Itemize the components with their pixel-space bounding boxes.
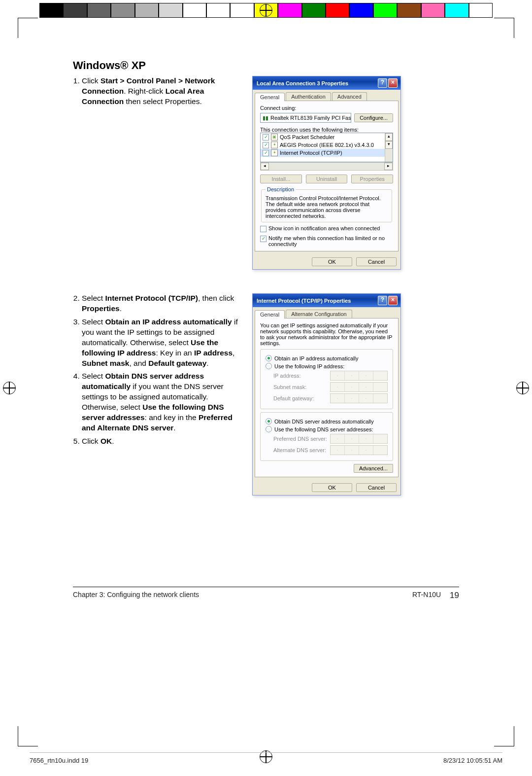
slug-line: 7656_rtn10u.indd 19 8/23/12 10:05:51 AM: [30, 752, 502, 764]
scrollbar-vertical[interactable]: ▴ ▾: [385, 133, 393, 162]
list-item[interactable]: AEGIS Protocol (IEEE 802.1x) v3.4.3.0: [280, 142, 374, 148]
checkbox-show-icon[interactable]: [260, 226, 266, 232]
field-label: Preferred DNS server:: [273, 436, 330, 442]
alternate-dns-input[interactable]: ...: [330, 445, 388, 455]
ok-button[interactable]: OK: [312, 257, 352, 266]
radio-static-ip[interactable]: [266, 363, 272, 369]
radio-label: Use the following DNS server addresses:: [274, 426, 373, 432]
components-listbox[interactable]: ✓▣QoS Packet Scheduler ✓✦AEGIS Protocol …: [260, 133, 393, 162]
tab-altconfig[interactable]: Alternate Configuration: [286, 310, 352, 318]
slug-file: 7656_rtn10u.indd 19: [30, 757, 443, 764]
footer-rule: [73, 587, 459, 587]
crop-mark: [18, 726, 38, 746]
titlebar[interactable]: Internet Protocol (TCP/IP) Properties ? …: [253, 294, 400, 307]
instructions-block-1: Click Start > Control Panel > Network Co…: [73, 76, 240, 270]
description-text: Transmission Control Protocol/Internet P…: [266, 195, 388, 219]
ip-address-group: Obtain an IP address automatically Use t…: [260, 349, 393, 409]
subnet-mask-input[interactable]: ...: [330, 382, 388, 392]
scroll-up-button[interactable]: ▴: [385, 133, 393, 141]
ip-address-input[interactable]: ...: [330, 371, 388, 381]
step-3: Select Obtain an IP address automaticall…: [82, 317, 240, 369]
step-5: Click OK.: [82, 436, 240, 447]
radio-static-dns[interactable]: [266, 426, 272, 432]
checkbox-label: Notify me when this connection has limit…: [268, 235, 393, 247]
advanced-button[interactable]: Advanced...: [354, 464, 393, 473]
footer-page: 19: [450, 591, 459, 600]
tcpip-intro: You can get IP settings assigned automat…: [260, 322, 393, 346]
checkbox-notify[interactable]: ✓: [260, 236, 266, 242]
crop-mark: [494, 726, 514, 746]
instructions-block-2: Select Internet Protocol (TCP/IP), then …: [73, 293, 240, 495]
description-group: Description Transmission Control Protoco…: [261, 186, 392, 222]
connect-using-label: Connect using:: [260, 105, 393, 111]
footer-chapter: Chapter 3: Configuing the network client…: [73, 591, 412, 600]
titlebar-help-button[interactable]: ?: [378, 296, 387, 305]
registration-mark-right: [516, 382, 529, 394]
step-2: Select Internet Protocol (TCP/IP), then …: [82, 293, 240, 314]
preferred-dns-input[interactable]: ...: [330, 434, 388, 444]
titlebar-close-button[interactable]: ×: [388, 78, 398, 88]
list-item[interactable]: QoS Packet Scheduler: [280, 134, 334, 140]
tabstrip: General Alternate Configuration: [253, 307, 400, 318]
dialog-tcpip-properties: Internet Protocol (TCP/IP) Properties ? …: [252, 293, 401, 495]
step-4: Select Obtain DNS server address automat…: [82, 371, 240, 433]
slug-stamp: 8/23/12 10:05:51 AM: [443, 757, 502, 764]
nic-icon: ▮▮: [263, 115, 268, 121]
dialog-lan-properties: Local Area Connection 3 Properties ? × G…: [252, 76, 401, 270]
radio-label: Use the following IP address:: [274, 363, 344, 369]
registration-mark-left: [3, 382, 16, 394]
scroll-right-button[interactable]: ▸: [384, 163, 393, 170]
cancel-button[interactable]: Cancel: [356, 483, 397, 492]
tab-authentication[interactable]: Authentication: [286, 92, 331, 101]
tab-advanced[interactable]: Advanced: [332, 92, 367, 101]
cancel-button[interactable]: Cancel: [356, 257, 397, 266]
properties-button[interactable]: Properties: [351, 175, 393, 183]
radio-auto-dns[interactable]: [266, 418, 272, 424]
checkbox-label: Show icon in notification area when conn…: [268, 225, 380, 231]
step-1: Click Start > Control Panel > Network Co…: [82, 76, 240, 107]
field-label: IP address:: [273, 373, 330, 379]
section-heading: Windows® XP: [73, 59, 459, 72]
radio-label: Obtain DNS server address automatically: [274, 419, 374, 424]
radio-auto-ip[interactable]: [266, 355, 272, 361]
dns-group: Obtain DNS server address automatically …: [260, 412, 393, 461]
uninstall-button[interactable]: Uninstall: [306, 175, 348, 183]
ok-button[interactable]: OK: [312, 483, 352, 492]
install-button[interactable]: Install...: [260, 175, 302, 183]
registration-mark-top: [260, 4, 272, 17]
field-label: Default gateway:: [273, 395, 330, 401]
field-label: Alternate DNS server:: [273, 447, 330, 453]
footer-model: RT-N10U: [412, 591, 441, 600]
adapter-name: Realtek RTL8139 Family PCI Fast Eth: [270, 115, 351, 121]
titlebar[interactable]: Local Area Connection 3 Properties ? ×: [253, 76, 400, 90]
titlebar-close-button[interactable]: ×: [388, 296, 398, 305]
crop-mark: [494, 18, 514, 38]
scroll-down-button[interactable]: ▾: [385, 141, 393, 149]
dialog-title: Internet Protocol (TCP/IP) Properties: [257, 298, 351, 304]
dialog-title: Local Area Connection 3 Properties: [257, 80, 348, 86]
adapter-field: ▮▮ Realtek RTL8139 Family PCI Fast Eth: [260, 113, 351, 123]
scroll-left-button[interactable]: ◂: [261, 163, 269, 170]
tab-general[interactable]: General: [255, 93, 285, 101]
tabstrip: General Authentication Advanced: [253, 90, 400, 101]
crop-mark: [18, 18, 38, 38]
page-content: Windows® XP Click Start > Control Panel …: [73, 59, 459, 495]
list-item[interactable]: Internet Protocol (TCP/IP): [280, 150, 342, 156]
radio-label: Obtain an IP address automatically: [274, 355, 358, 361]
configure-button[interactable]: Configure...: [354, 113, 393, 122]
items-label: This connection uses the following items…: [260, 127, 393, 133]
default-gateway-input[interactable]: ...: [330, 393, 388, 403]
titlebar-help-button[interactable]: ?: [378, 78, 387, 88]
description-legend: Description: [266, 186, 296, 192]
scrollbar-horizontal[interactable]: ◂ ▸: [260, 162, 393, 171]
tab-general[interactable]: General: [255, 310, 285, 318]
field-label: Subnet mask:: [273, 384, 330, 390]
page-footer: Chapter 3: Configuing the network client…: [73, 591, 459, 600]
